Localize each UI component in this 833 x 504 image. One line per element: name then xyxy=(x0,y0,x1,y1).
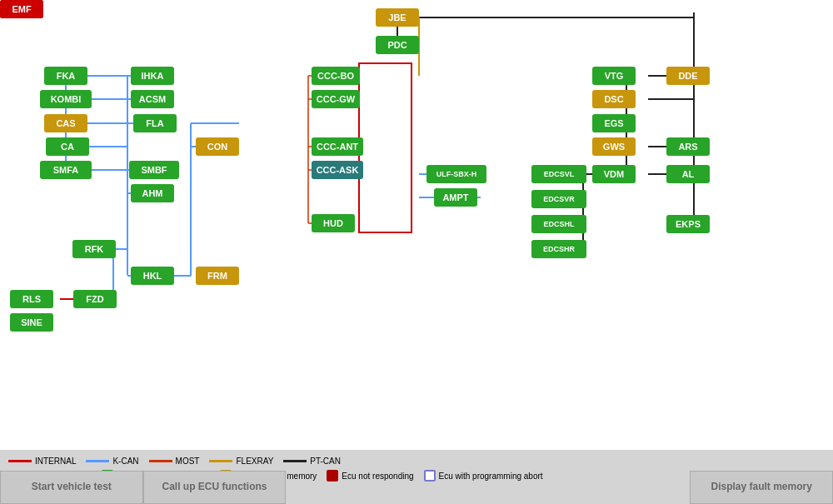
node-ulf-sbx-h[interactable]: ULF-SBX-H xyxy=(426,165,486,183)
legend-most: MOST xyxy=(149,457,200,466)
kcan-label: K-CAN xyxy=(112,457,138,466)
node-gws[interactable]: GWS xyxy=(592,137,636,156)
node-con[interactable]: CON xyxy=(196,137,239,156)
node-smfa[interactable]: SMFA xyxy=(40,161,92,179)
display-fault-memory-button[interactable]: Display fault memory xyxy=(690,471,833,504)
node-ekps[interactable]: EKPS xyxy=(666,215,710,233)
most-line-icon xyxy=(149,460,172,462)
ptcan-label: PT-CAN xyxy=(310,457,341,466)
node-ca[interactable]: CA xyxy=(46,137,89,156)
kcan-line-icon xyxy=(86,460,109,462)
node-smbf[interactable]: SMBF xyxy=(129,161,179,179)
node-ars[interactable]: ARS xyxy=(666,137,710,156)
start-vehicle-test-button[interactable]: Start vehicle test xyxy=(0,471,143,504)
node-edcsvr[interactable]: EDCSVR xyxy=(531,190,586,208)
node-ahm[interactable]: AHM xyxy=(131,184,174,202)
node-cas[interactable]: CAS xyxy=(44,114,87,132)
call-up-ecu-button[interactable]: Call up ECU functions xyxy=(143,471,287,504)
legend-lines-row: INTERNAL K-CAN MOST FLEXRAY PT-CAN xyxy=(8,457,543,466)
diagram-area: JBE PDC FKA IHKA KOMBI ACSM CAS FLA CID … xyxy=(0,0,833,450)
node-fka[interactable]: FKA xyxy=(44,67,87,85)
node-hkl[interactable]: HKL xyxy=(131,267,174,285)
node-egs[interactable]: EGS xyxy=(592,114,636,132)
internal-label: INTERNAL xyxy=(35,457,76,466)
node-fzd[interactable]: FZD xyxy=(73,290,117,308)
legend-ptcan: PT-CAN xyxy=(283,457,341,466)
node-kombi[interactable]: KOMBI xyxy=(40,90,92,108)
most-loop-box xyxy=(358,62,412,233)
bottom-buttons: Start vehicle test Call up ECU functions… xyxy=(0,471,833,504)
node-ccc-bo[interactable]: CCC-BO xyxy=(312,67,360,85)
node-ihka[interactable]: IHKA xyxy=(131,67,174,85)
bottom-bar: INTERNAL K-CAN MOST FLEXRAY PT-CAN Fault… xyxy=(0,450,833,504)
node-fla[interactable]: FLA xyxy=(133,114,177,132)
node-sine[interactable]: SINE xyxy=(10,313,53,332)
node-edcshl[interactable]: EDCSHL xyxy=(531,215,586,233)
node-ccc-ask[interactable]: CCC-ASK xyxy=(312,161,363,179)
node-rfk[interactable]: RFK xyxy=(72,240,116,258)
flexray-line-icon xyxy=(209,460,232,462)
legend-internal: INTERNAL xyxy=(8,457,76,466)
node-frm[interactable]: FRM xyxy=(196,267,239,285)
ptcan-line-icon xyxy=(283,460,307,462)
node-ccc-gw[interactable]: CCC-GW xyxy=(312,90,360,108)
node-jbe[interactable]: JBE xyxy=(376,8,419,27)
node-dde[interactable]: DDE xyxy=(666,67,710,85)
node-ccc-ant[interactable]: CCC-ANT xyxy=(312,137,363,156)
internal-line-icon xyxy=(8,460,32,462)
node-emf[interactable]: EMF xyxy=(0,0,43,18)
node-vdm[interactable]: VDM xyxy=(592,165,636,183)
node-rls[interactable]: RLS xyxy=(10,290,53,308)
legend-kcan: K-CAN xyxy=(86,457,138,466)
node-edcshr[interactable]: EDCSHR xyxy=(531,240,586,258)
most-label: MOST xyxy=(176,457,200,466)
node-edcsvl[interactable]: EDCSVL xyxy=(531,165,586,183)
legend-flexray: FLEXRAY xyxy=(209,457,273,466)
flexray-label: FLEXRAY xyxy=(236,457,273,466)
node-dsc[interactable]: DSC xyxy=(592,90,636,108)
node-acsm[interactable]: ACSM xyxy=(131,90,174,108)
node-pdc[interactable]: PDC xyxy=(376,36,419,54)
node-vtg[interactable]: VTG xyxy=(592,67,636,85)
node-ampt[interactable]: AMPT xyxy=(434,188,477,207)
node-hud[interactable]: HUD xyxy=(312,214,355,232)
node-al[interactable]: AL xyxy=(666,165,710,183)
